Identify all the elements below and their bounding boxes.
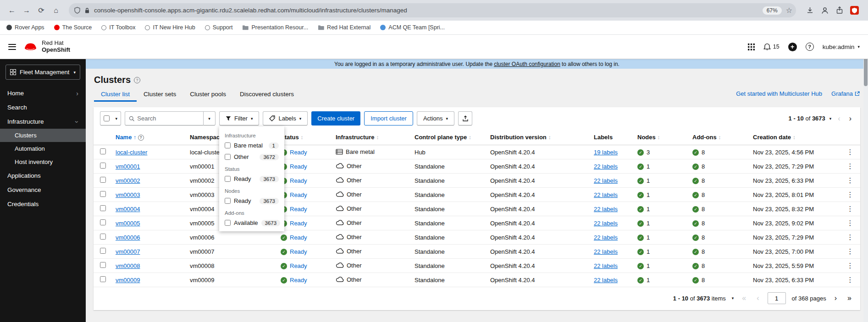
next-page-button[interactable]: › <box>832 295 839 302</box>
export-button[interactable] <box>458 111 472 126</box>
filter-option-checkbox[interactable] <box>225 198 231 204</box>
cluster-status-link[interactable]: Ready <box>290 206 307 213</box>
pagination-options-toggle[interactable]: ▾ <box>732 296 734 300</box>
bookmark-it-new-hire-hub[interactable]: IT New Hire Hub <box>145 24 195 31</box>
last-page-button[interactable]: » <box>845 295 854 302</box>
bookmark-it-toolbox[interactable]: IT Toolbox <box>101 24 135 31</box>
prev-page-button[interactable]: ‹ <box>835 115 842 122</box>
bookmark-support[interactable]: Support <box>205 24 233 31</box>
reload-button[interactable]: ⟳ <box>35 4 48 17</box>
filter-dropdown-button[interactable]: Filter ▾ <box>219 111 259 126</box>
row-checkbox[interactable] <box>100 163 106 169</box>
nav-toggle-button[interactable] <box>8 44 16 50</box>
cluster-labels-link[interactable]: 22 labels <box>594 262 618 269</box>
user-menu[interactable]: kube:admin ▾ <box>823 44 860 50</box>
row-checkbox[interactable] <box>100 148 106 154</box>
pagination-options-toggle[interactable]: ▾ <box>829 116 832 121</box>
tab-cluster-list[interactable]: Cluster list <box>94 87 137 102</box>
ublock-extension-icon[interactable] <box>850 6 859 15</box>
column-header-control-plane-type[interactable]: Control plane type ↕ <box>411 130 487 145</box>
cluster-name-link[interactable]: vm00008 <box>116 262 140 269</box>
column-header-status[interactable]: Status ↕ <box>277 130 332 145</box>
cluster-name-link[interactable]: vm00007 <box>116 248 140 255</box>
cluster-name-link[interactable]: vm00005 <box>116 220 140 227</box>
quick-create-button[interactable]: + <box>788 43 797 51</box>
cluster-name-link[interactable]: vm00006 <box>116 234 140 241</box>
row-checkbox[interactable] <box>100 219 106 225</box>
tab-discovered-clusters[interactable]: Discovered clusters <box>233 87 301 102</box>
cluster-labels-link[interactable]: 22 labels <box>594 163 618 170</box>
row-kebab-menu[interactable]: ⋮ <box>847 148 854 156</box>
forward-button[interactable]: → <box>20 4 33 17</box>
cluster-status-link[interactable]: Ready <box>290 277 307 284</box>
search-options-toggle[interactable]: ▾ <box>204 111 216 126</box>
filter-option-checkbox[interactable] <box>225 220 231 226</box>
row-checkbox[interactable] <box>100 248 106 254</box>
row-kebab-menu[interactable]: ⋮ <box>847 176 854 184</box>
actions-dropdown-button[interactable]: Actions ▾ <box>417 111 454 126</box>
page-scrollbar[interactable] <box>863 35 868 322</box>
filter-option-nodes-ready[interactable]: Ready3673 <box>219 195 284 207</box>
search-box[interactable] <box>125 111 204 126</box>
oauth-config-link[interactable]: cluster OAuth configuration <box>494 61 560 67</box>
column-header-infrastructure[interactable]: Infrastructure ↕ <box>332 130 411 145</box>
row-checkbox[interactable] <box>100 205 106 211</box>
profile-icon[interactable] <box>821 6 829 15</box>
sidebar-item-search[interactable]: Search <box>0 100 86 115</box>
sidebar-item-governance[interactable]: Governance <box>0 183 86 197</box>
perspective-switcher[interactable]: Fleet Management ▾ <box>6 65 80 80</box>
row-kebab-menu[interactable]: ⋮ <box>847 247 854 255</box>
current-page-input[interactable] <box>768 292 786 304</box>
cluster-status-link[interactable]: Ready <box>290 262 307 269</box>
filter-option-infrastructure-bare-metal[interactable]: Bare metal1 <box>219 140 284 151</box>
row-kebab-menu[interactable]: ⋮ <box>847 191 854 198</box>
filter-option-add-ons-available[interactable]: Available3673 <box>219 217 284 229</box>
row-checkbox[interactable] <box>100 177 106 183</box>
brand-logo[interactable]: Red Hat OpenShift <box>23 40 70 54</box>
column-header-add-ons[interactable]: Add-ons ↕ <box>689 130 749 145</box>
row-kebab-menu[interactable]: ⋮ <box>847 162 854 170</box>
cluster-name-link[interactable]: vm00001 <box>116 163 140 170</box>
column-header-name[interactable]: Name ↑ ? <box>112 130 186 145</box>
cluster-status-link[interactable]: Ready <box>290 163 307 170</box>
tab-cluster-sets[interactable]: Cluster sets <box>137 87 183 102</box>
row-kebab-menu[interactable]: ⋮ <box>847 233 854 241</box>
row-checkbox[interactable] <box>100 191 106 197</box>
row-kebab-menu[interactable]: ⋮ <box>847 276 854 284</box>
home-button[interactable]: ⌂ <box>50 4 62 17</box>
row-kebab-menu[interactable]: ⋮ <box>847 262 854 269</box>
sidebar-item-host-inventory[interactable]: Host inventory <box>0 155 86 169</box>
help-button[interactable]: ? <box>806 43 814 51</box>
app-launcher-button[interactable] <box>748 44 755 50</box>
row-kebab-menu[interactable]: ⋮ <box>847 205 854 213</box>
notifications-button[interactable]: 15 <box>763 43 780 51</box>
row-checkbox[interactable] <box>100 262 106 268</box>
column-header-distribution-version[interactable]: Distribution version ↕ <box>487 130 590 145</box>
bookmark-acm-qe-team-spri[interactable]: ACM QE Team [Spri... <box>380 24 445 31</box>
bookmark-star-icon[interactable]: ☆ <box>786 6 792 15</box>
cluster-name-link[interactable]: local-cluster <box>116 149 147 156</box>
cluster-labels-link[interactable]: 22 labels <box>594 220 618 227</box>
column-header-nodes[interactable]: Nodes ↕ <box>634 130 689 145</box>
cluster-labels-link[interactable]: 22 labels <box>594 277 618 284</box>
cluster-status-link[interactable]: Ready <box>290 220 307 227</box>
cluster-labels-link[interactable]: 22 labels <box>594 191 618 198</box>
column-header-labels[interactable]: Labels <box>590 130 634 145</box>
lock-icon[interactable] <box>84 7 90 14</box>
filter-option-infrastructure-other[interactable]: Other3672 <box>219 151 284 163</box>
next-page-button[interactable]: › <box>847 115 854 122</box>
sidebar-item-applications[interactable]: Applications <box>0 169 86 183</box>
link-get-started-with-multicluster-hub[interactable]: Get started with Multicluster Hub <box>736 90 822 97</box>
name-help-icon[interactable]: ? <box>138 135 144 141</box>
cluster-labels-link[interactable]: 22 labels <box>594 177 618 184</box>
labels-dropdown-button[interactable]: Labels ▾ <box>263 111 308 126</box>
cluster-labels-link[interactable]: 22 labels <box>594 234 618 241</box>
cluster-status-link[interactable]: Ready <box>290 191 307 198</box>
page-help-icon[interactable]: ? <box>134 77 140 83</box>
cluster-status-link[interactable]: Ready <box>290 177 307 184</box>
sidebar-item-clusters[interactable]: Clusters <box>0 129 86 142</box>
cluster-name-link[interactable]: vm00003 <box>116 191 140 198</box>
bookmark-red-hat-external[interactable]: Red Hat External <box>318 24 370 31</box>
bookmark-the-source[interactable]: The Source <box>54 24 92 31</box>
cluster-status-link[interactable]: Ready <box>290 234 307 241</box>
